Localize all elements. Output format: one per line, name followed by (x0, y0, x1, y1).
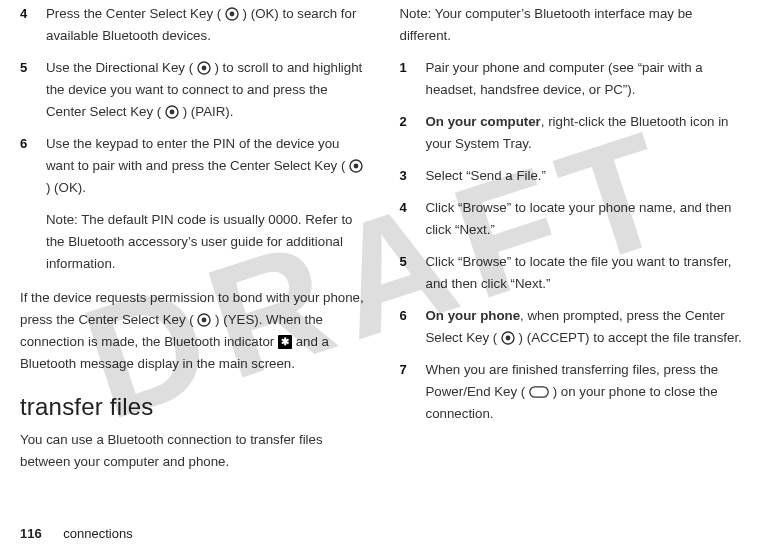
key-label: OK (59, 180, 78, 195)
content-columns: 4 Press the Center Select Key ( ) (OK) t… (20, 3, 745, 473)
step-text: Select “Send a File.” (426, 165, 546, 187)
text: Use the Directional Key ( (46, 60, 193, 75)
text: ) ( (46, 180, 59, 195)
step-text: Use the Directional Key ( ) to scroll to… (46, 57, 366, 123)
step-3-right: 3 Select “Send a File.” (400, 165, 746, 187)
text: ) ( (519, 330, 532, 345)
step-text: Click “Browse” to locate your phone name… (426, 197, 746, 241)
text: ). (225, 104, 233, 119)
text: ) ( (183, 104, 196, 119)
text: message display in the main screen. (76, 356, 295, 371)
bluetooth-word: Bluetooth (20, 356, 76, 371)
svg-point-7 (354, 164, 359, 169)
step-text: Pair your phone and computer (see “pair … (426, 57, 746, 101)
section-name: connections (63, 526, 132, 541)
step-7-right: 7 When you are finished transferring fil… (400, 359, 746, 425)
center-select-icon (165, 105, 179, 119)
page-footer: 116 connections (20, 526, 133, 541)
text: ). (78, 180, 86, 195)
step-number: 4 (20, 3, 46, 47)
text: ) to accept the file transfer. (585, 330, 742, 345)
svg-point-3 (201, 66, 206, 71)
text: Press the Center Select Key ( (46, 6, 221, 21)
svg-point-9 (202, 318, 207, 323)
step-6-right: 6 On your phone, when prompted, press th… (400, 305, 746, 349)
svg-point-11 (505, 336, 510, 341)
step-number: 2 (400, 111, 426, 155)
step-6-left: 6 Use the keypad to enter the PIN of the… (20, 133, 366, 199)
step-text: On your computer, right-click the Blueto… (426, 111, 746, 155)
text: ) ( (243, 6, 256, 21)
key-label: OK (255, 6, 274, 21)
step-number: 4 (400, 197, 426, 241)
step-5-left: 5 Use the Directional Key ( ) to scroll … (20, 57, 366, 123)
svg-rect-12 (530, 387, 548, 397)
text: and a (296, 334, 329, 349)
step-number: 7 (400, 359, 426, 425)
text: ) ( (215, 312, 228, 327)
step-4-right: 4 Click “Browse” to locate your phone na… (400, 197, 746, 241)
center-select-icon (501, 331, 515, 345)
note-pin: Note: The default PIN code is usually 00… (46, 209, 366, 275)
key-label: ACCEPT (531, 330, 585, 345)
note-label: Note: (400, 6, 432, 21)
emphasis: On your phone (426, 308, 521, 323)
page-number: 116 (20, 526, 42, 541)
svg-point-5 (170, 110, 175, 115)
note-text: The default PIN code is usually 0000. Re… (46, 212, 353, 271)
step-2-right: 2 On your computer, right-click the Blue… (400, 111, 746, 155)
transfer-intro: You can use a Bluetooth connection to tr… (20, 429, 366, 473)
key-label: PAIR (195, 104, 225, 119)
step-text: Use the keypad to enter the PIN of the d… (46, 133, 366, 199)
step-5-right: 5 Click “Browse” to locate the file you … (400, 251, 746, 295)
bond-paragraph: If the device requests permission to bon… (20, 287, 366, 375)
center-select-icon (349, 159, 363, 173)
step-text: When you are finished transferring files… (426, 359, 746, 425)
step-number: 1 (400, 57, 426, 101)
note-bt-interface: Note: Your computer’s Bluetooth interfac… (400, 3, 746, 47)
step-text: Press the Center Select Key ( ) (OK) to … (46, 3, 366, 47)
step-text: Click “Browse” to locate the file you wa… (426, 251, 746, 295)
bluetooth-indicator-icon: ✱ (278, 335, 292, 349)
step-1-right: 1 Pair your phone and computer (see “pai… (400, 57, 746, 101)
center-select-icon (197, 313, 211, 327)
key-label: YES (228, 312, 255, 327)
step-number: 6 (20, 133, 46, 199)
text: Use the keypad to enter the PIN of the d… (46, 136, 345, 173)
svg-point-1 (229, 12, 234, 17)
emphasis: On your computer (426, 114, 541, 129)
step-4-left: 4 Press the Center Select Key ( ) (OK) t… (20, 3, 366, 47)
power-end-key-icon (529, 386, 549, 398)
step-number: 5 (20, 57, 46, 123)
step-number: 6 (400, 305, 426, 349)
directional-key-icon (197, 61, 211, 75)
heading-transfer-files: transfer files (20, 393, 366, 421)
note-text: Your computer’s Bluetooth interface may … (400, 6, 693, 43)
note-label: Note: (46, 212, 78, 227)
step-number: 5 (400, 251, 426, 295)
step-text: On your phone, when prompted, press the … (426, 305, 746, 349)
center-select-icon (225, 7, 239, 21)
step-number: 3 (400, 165, 426, 187)
